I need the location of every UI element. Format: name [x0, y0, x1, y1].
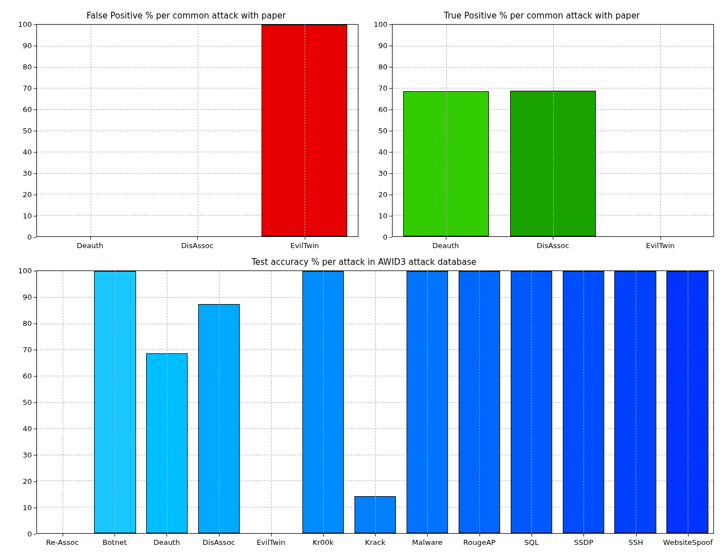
true-positive-panel: True Positive % per common attack with p… — [364, 8, 720, 255]
x-tick-label: EvilTwin — [290, 237, 319, 250]
accuracy-panel: Test accuracy % per attack in AWID3 atta… — [8, 255, 720, 552]
false-positive-panel: False Positive % per common attack with … — [8, 8, 364, 255]
x-tick-label: SQL — [524, 534, 539, 547]
y-tick-label: 90 — [22, 293, 36, 301]
y-tick-label: 100 — [18, 267, 36, 275]
y-tick-label: 50 — [22, 398, 36, 407]
x-tick-label: DisAssoc — [537, 237, 570, 250]
y-tick-label: 10 — [378, 212, 392, 220]
x-tick-label: Malware — [412, 534, 442, 547]
y-tick-label: 0 — [27, 233, 36, 241]
y-tick-label: 60 — [22, 372, 36, 380]
y-tick-label: 70 — [22, 84, 36, 92]
y-tick-label: 80 — [22, 319, 36, 328]
plot-area-fp: 0102030405060708090100DeauthDisAssocEvil… — [36, 24, 358, 237]
chart-title: False Positive % per common attack with … — [8, 11, 364, 21]
x-tick-label: Deauth — [153, 534, 180, 547]
x-tick-label: SSH — [628, 534, 643, 547]
x-tick-label: Kr00k — [312, 534, 334, 547]
x-tick-label: SSDP — [574, 534, 593, 547]
y-tick-label: 90 — [378, 41, 392, 50]
y-tick-label: 100 — [18, 20, 36, 29]
y-tick-label: 0 — [383, 233, 392, 241]
y-tick-label: 10 — [22, 503, 36, 512]
top-row: False Positive % per common attack with … — [8, 8, 720, 255]
x-tick-label: Krack — [365, 534, 386, 547]
y-tick-label: 40 — [22, 148, 36, 156]
x-tick-label: EvilTwin — [256, 534, 285, 547]
x-tick-label: Re-Assoc — [46, 534, 78, 547]
plot-area-acc: 0102030405060708090100Re-AssocBotnetDeau… — [36, 270, 714, 534]
x-tick-label: Botnet — [102, 534, 127, 547]
chart-title: True Positive % per common attack with p… — [364, 11, 720, 21]
y-tick-label: 80 — [22, 63, 36, 71]
y-tick-label: 50 — [378, 127, 392, 135]
y-tick-label: 30 — [22, 451, 36, 459]
y-tick-label: 0 — [27, 530, 36, 538]
y-tick-label: 50 — [22, 127, 36, 135]
y-tick-label: 100 — [374, 20, 392, 29]
x-tick-label: Deauth — [77, 237, 104, 250]
x-tick-label: WebsiteSpoof — [663, 534, 713, 547]
y-tick-label: 60 — [378, 105, 392, 114]
plot-area-tp: 0102030405060708090100DeauthDisAssocEvil… — [392, 24, 714, 237]
y-tick-label: 20 — [22, 477, 36, 486]
x-tick-label: Deauth — [432, 237, 459, 250]
y-tick-label: 60 — [22, 105, 36, 114]
y-tick-label: 20 — [22, 190, 36, 199]
y-tick-label: 30 — [378, 169, 392, 178]
chart-title: Test accuracy % per attack in AWID3 atta… — [8, 257, 720, 267]
x-tick-label: EvilTwin — [646, 237, 674, 250]
y-tick-label: 40 — [378, 148, 392, 156]
x-tick-label: DisAssoc — [181, 237, 214, 250]
y-tick-label: 80 — [378, 63, 392, 71]
y-tick-label: 30 — [22, 169, 36, 178]
y-tick-label: 70 — [378, 84, 392, 92]
y-tick-label: 40 — [22, 424, 36, 433]
figure: False Positive % per common attack with … — [8, 8, 720, 552]
y-tick-label: 20 — [378, 190, 392, 199]
y-tick-label: 10 — [22, 212, 36, 220]
y-tick-label: 70 — [22, 346, 36, 354]
x-tick-label: DisAssoc — [203, 534, 235, 547]
x-tick-label: RougeAP — [463, 534, 496, 547]
y-tick-label: 90 — [22, 41, 36, 50]
bottom-row: Test accuracy % per attack in AWID3 atta… — [8, 255, 720, 552]
